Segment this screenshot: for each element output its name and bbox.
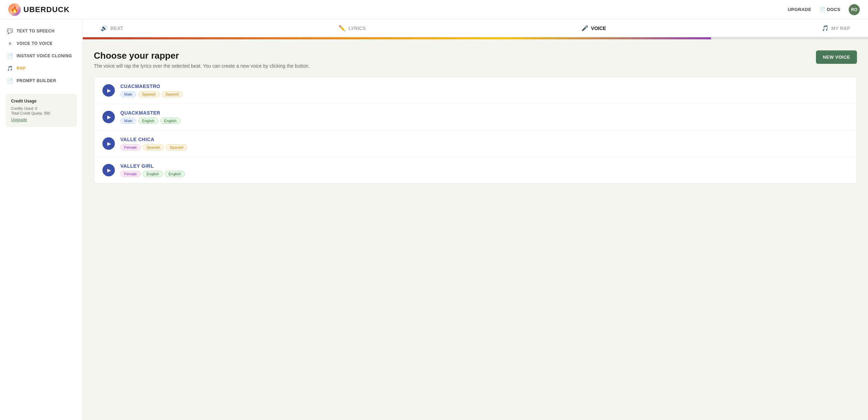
step-beat[interactable]: 🔊 BEAT	[94, 25, 130, 31]
avatar[interactable]: RO	[849, 4, 860, 15]
sidebar-item-label: PROMPT BUILDER	[17, 78, 56, 83]
voice-name-valle-chica: VALLE CHICA	[120, 137, 848, 142]
docs-link[interactable]: 📄 DOCS	[820, 7, 840, 12]
voice-info-valle-chica: VALLE CHICA FemaleSpanishSpanish	[120, 137, 848, 150]
step-lyrics[interactable]: ✏️ LYRICS	[332, 25, 372, 31]
lyrics-step-label: LYRICS	[348, 26, 366, 31]
sidebar-item-label: TEXT TO SPEECH	[17, 29, 54, 33]
voice-to-voice-icon: ≡	[7, 41, 13, 46]
tag-english: English	[165, 171, 185, 177]
voice-item-quackmaster: ▶ QUACKMASTER MaleEnglishEnglish	[94, 104, 857, 130]
layout: 💬 TEXT TO SPEECH ≡ VOICE TO VOICE 📄 INST…	[0, 19, 868, 420]
credits-used: Credits Used: 0	[11, 106, 71, 110]
text-to-speech-icon: 💬	[7, 28, 13, 34]
voice-step-icon: 🎤	[581, 25, 588, 31]
voice-tags-quackmaster: MaleEnglishEnglish	[120, 118, 848, 124]
voice-tags-cuacmaestro: MaleSpanishSpanish	[120, 91, 848, 97]
voice-name-cuacmaestro: CUACMAESTRO	[120, 84, 848, 89]
total-quota: Total Credit Quota: 300	[11, 111, 71, 115]
sidebar-item-voice-to-voice[interactable]: ≡ VOICE TO VOICE	[0, 37, 82, 50]
logo-text: UBERDUCK	[23, 5, 70, 14]
topnav: 🔥 UBERDUCK UPGRADE 📄 DOCS RO	[0, 0, 868, 19]
sidebar-item-label: INSTANT VOICE CLONING	[17, 53, 72, 58]
upgrade-link-sidebar[interactable]: Upgrade	[11, 117, 71, 122]
play-icon-cuacmaestro: ▶	[107, 88, 111, 93]
nav-right: UPGRADE 📄 DOCS RO	[788, 4, 860, 15]
tag-english: English	[143, 171, 163, 177]
sidebar-item-label: RAP	[17, 66, 26, 71]
beat-step-icon: 🔊	[101, 25, 108, 31]
instant-voice-cloning-icon: 📄	[7, 53, 13, 59]
progress-fill	[83, 37, 711, 39]
new-voice-button[interactable]: NEW VOICE	[816, 50, 857, 64]
tag-spanish: Spanish	[138, 91, 160, 97]
sidebar-item-label: VOICE TO VOICE	[17, 41, 53, 46]
sidebar-item-instant-voice-cloning[interactable]: 📄 INSTANT VOICE CLONING	[0, 50, 82, 62]
voice-info-quackmaster: QUACKMASTER MaleEnglishEnglish	[120, 110, 848, 124]
credit-box: Credit Usage Credits Used: 0 Total Credi…	[6, 94, 77, 127]
tag-english: English	[138, 118, 158, 124]
voice-tags-valle-chica: FemaleSpanishSpanish	[120, 144, 848, 150]
tag-spanish: Spanish	[166, 144, 187, 150]
logo[interactable]: 🔥 UBERDUCK	[8, 3, 70, 16]
tag-english: English	[160, 118, 180, 124]
content-header-text: Choose your rapper The voice will rap th…	[94, 50, 310, 69]
tag-spanish: Spanish	[162, 91, 183, 97]
play-button-quackmaster[interactable]: ▶	[102, 111, 115, 123]
voice-item-cuacmaestro: ▶ CUACMAESTRO MaleSpanishSpanish	[94, 77, 857, 104]
play-icon-quackmaster: ▶	[107, 114, 111, 120]
upgrade-link[interactable]: UPGRADE	[788, 7, 811, 12]
voice-name-quackmaster: QUACKMASTER	[120, 110, 848, 116]
sidebar-item-prompt-builder[interactable]: 📄 PROMPT BUILDER	[0, 75, 82, 87]
step-my-rap[interactable]: 🎵 MY RAP	[815, 25, 857, 31]
lyrics-step-icon: ✏️	[339, 25, 346, 31]
main-content: 🔊 BEAT ✏️ LYRICS 🎤 VOICE 🎵 MY RAP Choose…	[83, 19, 868, 420]
voice-list: ▶ CUACMAESTRO MaleSpanishSpanish ▶ QUACK…	[94, 77, 857, 184]
sidebar-item-rap[interactable]: 🎵 RAP	[0, 62, 82, 75]
content-area: Choose your rapper The voice will rap th…	[83, 39, 868, 195]
docs-icon: 📄	[820, 7, 826, 12]
beat-step-label: BEAT	[110, 26, 123, 31]
prompt-builder-icon: 📄	[7, 78, 13, 84]
play-button-valle-chica[interactable]: ▶	[102, 137, 115, 150]
tag-male: Male	[120, 118, 136, 124]
rap-icon: 🎵	[7, 66, 13, 71]
voice-info-valley-girl: VALLEY GIRL FemaleEnglishEnglish	[120, 163, 848, 177]
page-title: Choose your rapper	[94, 50, 310, 61]
sidebar-item-text-to-speech[interactable]: 💬 TEXT TO SPEECH	[0, 25, 82, 37]
voice-step-label: VOICE	[591, 26, 606, 31]
tag-female: Female	[120, 144, 141, 150]
voice-tags-valley-girl: FemaleEnglishEnglish	[120, 171, 848, 177]
play-icon-valley-girl: ▶	[107, 167, 111, 173]
voice-name-valley-girl: VALLEY GIRL	[120, 163, 848, 169]
play-icon-valle-chica: ▶	[107, 141, 111, 146]
voice-info-cuacmaestro: CUACMAESTRO MaleSpanishSpanish	[120, 84, 848, 97]
page-subtitle: The voice will rap the lyrics over the s…	[94, 63, 310, 69]
voice-item-valley-girl: ▶ VALLEY GIRL FemaleEnglishEnglish	[94, 157, 857, 183]
tag-spanish: Spanish	[143, 144, 164, 150]
voice-item-valle-chica: ▶ VALLE CHICA FemaleSpanishSpanish	[94, 130, 857, 157]
my-rap-step-label: MY RAP	[831, 26, 850, 31]
sidebar: 💬 TEXT TO SPEECH ≡ VOICE TO VOICE 📄 INST…	[0, 19, 83, 420]
step-voice[interactable]: 🎤 VOICE	[575, 25, 613, 31]
tag-female: Female	[120, 171, 141, 177]
steps-bar: 🔊 BEAT ✏️ LYRICS 🎤 VOICE 🎵 MY RAP	[83, 19, 868, 37]
play-button-cuacmaestro[interactable]: ▶	[102, 84, 115, 97]
logo-icon: 🔥	[8, 3, 21, 16]
play-button-valley-girl[interactable]: ▶	[102, 164, 115, 176]
my-rap-step-icon: 🎵	[822, 25, 829, 31]
credit-title: Credit Usage	[11, 99, 71, 104]
tag-male: Male	[120, 91, 136, 97]
content-header: Choose your rapper The voice will rap th…	[94, 50, 857, 69]
progress-bar	[83, 37, 868, 39]
